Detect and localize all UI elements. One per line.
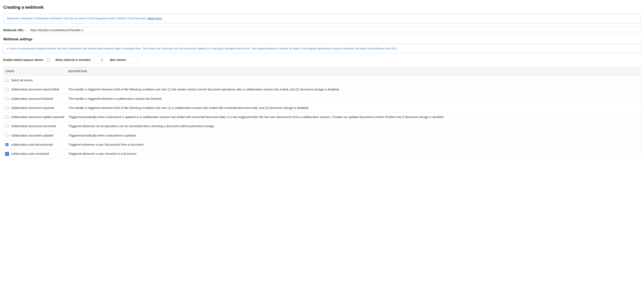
retry-interval-item: Retry interval in minutes: ▲▼ [56,57,104,63]
webhook-url-input[interactable] [28,27,641,33]
event-checkbox[interactable] [6,143,8,146]
table-row: collaboration.document.finishedThe handl… [4,94,641,103]
retry-settings-row: Enable failed request retries: Retry int… [3,57,641,63]
events-table: EVENT DESCRIPTION Select all events coll… [3,67,641,159]
enable-retries-item: Enable failed request retries: [3,58,50,62]
event-checkbox[interactable] [6,115,8,118]
event-description: Triggered whenever not all operations ca… [66,122,641,131]
event-name: collaboration.document.export.failed [11,87,59,91]
enable-retries-label: Enable failed request retries: [3,58,44,62]
event-description: Triggered periodically when a document i… [66,113,641,122]
event-checkbox[interactable] [6,134,8,137]
event-checkbox[interactable] [6,125,8,128]
max-retries-label: Max retries: [110,58,127,62]
table-row: collaboration.document.recoveredTriggere… [4,122,641,131]
table-header-description: DESCRIPTION [66,67,641,76]
info-box-retry-explain: In case of unsuccessful request delivery… [3,44,641,53]
event-checkbox[interactable] [6,106,8,109]
table-row: collaboration.document.update.exportedTr… [4,113,641,122]
webhook-url-label: Webhook URL: [3,28,24,32]
event-description: Triggered whenever a user disconnects fr… [66,140,641,149]
event-name: collaboration.user.disconnected [11,142,53,147]
event-description: The handler is triggered whenever both o… [66,103,641,112]
select-all-label: Select all events [11,78,33,82]
event-name: collaboration.document.finished [11,97,53,101]
info-box-suffix: . [162,17,162,20]
event-name: collaboration.document.exported [11,106,54,110]
event-description: The handler is triggered whenever a coll… [66,94,641,103]
event-name: collaboration.document.update.exported [11,115,64,119]
info-box-text: Webhooks resemble a notification mechani… [7,17,148,20]
retry-interval-input[interactable] [94,57,104,63]
event-name: collaboration.document.recovered [11,124,56,128]
select-all-checkbox[interactable] [6,79,8,82]
info-box-retry-text: In case of unsuccessful request delivery… [7,47,397,50]
webhook-url-row: Webhook URL: [3,27,641,33]
event-description: The handler is triggered whenever both o… [66,85,641,94]
retry-interval-label: Retry interval in minutes: [56,58,91,62]
table-header-event: EVENT [4,67,66,76]
read-more-link[interactable]: Read more [148,17,162,20]
event-description: Triggered whenever a user connects to a … [66,149,641,158]
webhook-settings-heading: Webhook settings [3,37,641,41]
enable-retries-checkbox[interactable] [46,58,50,61]
info-box-webhooks-intro: Webhooks resemble a notification mechani… [3,13,641,23]
event-checkbox[interactable] [6,152,8,155]
page-title: Creating a webhook [3,5,641,10]
table-row: collaboration.document.updatedTriggered … [4,131,641,140]
max-retries-input[interactable] [129,57,140,63]
table-row: collaboration.document.export.failedThe … [4,85,641,94]
max-retries-item: Max retries: [110,57,140,63]
event-name: collaboration.user.connected [11,152,49,156]
table-row: collaboration.user.disconnectedTriggered… [4,140,641,149]
event-checkbox[interactable] [6,88,8,91]
event-description: Triggered periodically when a document i… [66,131,641,140]
event-checkbox[interactable] [6,97,8,100]
table-row: collaboration.user.connectedTriggered wh… [4,149,641,158]
event-name: collaboration.document.updated [11,133,53,138]
table-row: collaboration.document.exportedThe handl… [4,103,641,112]
table-row-select-all: Select all events [4,76,641,85]
